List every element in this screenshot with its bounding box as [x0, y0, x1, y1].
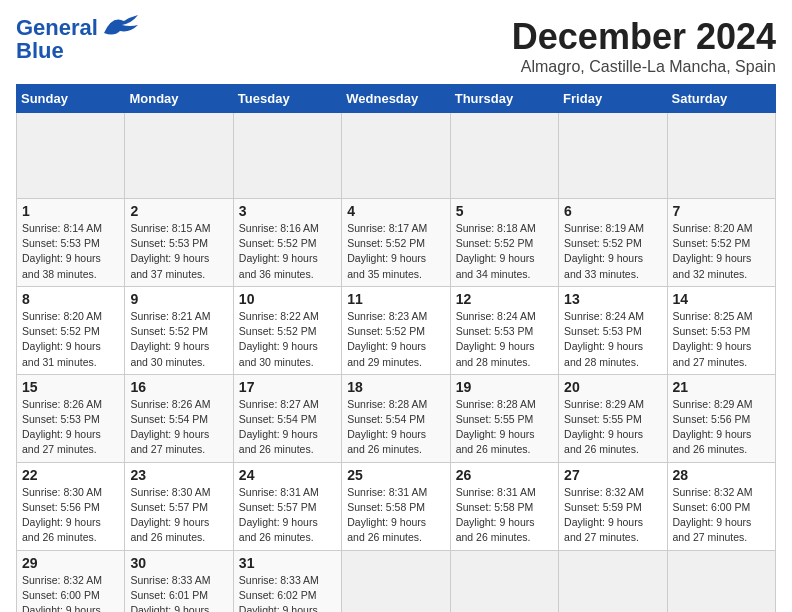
calendar-cell	[450, 113, 558, 199]
col-header-wednesday: Wednesday	[342, 85, 450, 113]
calendar-cell: 12Sunrise: 8:24 AM Sunset: 5:53 PM Dayli…	[450, 286, 558, 374]
calendar-cell: 17Sunrise: 8:27 AM Sunset: 5:54 PM Dayli…	[233, 374, 341, 462]
col-header-sunday: Sunday	[17, 85, 125, 113]
calendar-cell: 29Sunrise: 8:32 AM Sunset: 6:00 PM Dayli…	[17, 550, 125, 612]
day-number: 9	[130, 291, 227, 307]
calendar-cell: 4Sunrise: 8:17 AM Sunset: 5:52 PM Daylig…	[342, 199, 450, 287]
day-number: 29	[22, 555, 119, 571]
day-number: 27	[564, 467, 661, 483]
col-header-tuesday: Tuesday	[233, 85, 341, 113]
logo-bird-icon	[102, 13, 140, 39]
logo-general: General	[16, 15, 98, 40]
calendar-cell: 9Sunrise: 8:21 AM Sunset: 5:52 PM Daylig…	[125, 286, 233, 374]
day-number: 3	[239, 203, 336, 219]
calendar-cell: 5Sunrise: 8:18 AM Sunset: 5:52 PM Daylig…	[450, 199, 558, 287]
day-info: Sunrise: 8:19 AM Sunset: 5:52 PM Dayligh…	[564, 221, 661, 282]
day-info: Sunrise: 8:33 AM Sunset: 6:02 PM Dayligh…	[239, 573, 336, 613]
day-info: Sunrise: 8:20 AM Sunset: 5:52 PM Dayligh…	[673, 221, 770, 282]
col-header-thursday: Thursday	[450, 85, 558, 113]
calendar-cell: 24Sunrise: 8:31 AM Sunset: 5:57 PM Dayli…	[233, 462, 341, 550]
calendar-cell: 21Sunrise: 8:29 AM Sunset: 5:56 PM Dayli…	[667, 374, 775, 462]
day-info: Sunrise: 8:32 AM Sunset: 5:59 PM Dayligh…	[564, 485, 661, 546]
col-header-friday: Friday	[559, 85, 667, 113]
calendar-cell: 3Sunrise: 8:16 AM Sunset: 5:52 PM Daylig…	[233, 199, 341, 287]
calendar-cell: 28Sunrise: 8:32 AM Sunset: 6:00 PM Dayli…	[667, 462, 775, 550]
day-info: Sunrise: 8:16 AM Sunset: 5:52 PM Dayligh…	[239, 221, 336, 282]
day-number: 14	[673, 291, 770, 307]
title-block: December 2024 Almagro, Castille-La Manch…	[512, 16, 776, 76]
day-info: Sunrise: 8:31 AM Sunset: 5:58 PM Dayligh…	[347, 485, 444, 546]
day-info: Sunrise: 8:33 AM Sunset: 6:01 PM Dayligh…	[130, 573, 227, 613]
day-number: 23	[130, 467, 227, 483]
day-info: Sunrise: 8:15 AM Sunset: 5:53 PM Dayligh…	[130, 221, 227, 282]
day-info: Sunrise: 8:30 AM Sunset: 5:56 PM Dayligh…	[22, 485, 119, 546]
calendar-cell: 22Sunrise: 8:30 AM Sunset: 5:56 PM Dayli…	[17, 462, 125, 550]
calendar-cell	[125, 113, 233, 199]
day-number: 22	[22, 467, 119, 483]
day-info: Sunrise: 8:23 AM Sunset: 5:52 PM Dayligh…	[347, 309, 444, 370]
day-number: 21	[673, 379, 770, 395]
day-number: 8	[22, 291, 119, 307]
day-info: Sunrise: 8:21 AM Sunset: 5:52 PM Dayligh…	[130, 309, 227, 370]
calendar-week-row: 8Sunrise: 8:20 AM Sunset: 5:52 PM Daylig…	[17, 286, 776, 374]
day-info: Sunrise: 8:28 AM Sunset: 5:55 PM Dayligh…	[456, 397, 553, 458]
calendar-cell: 25Sunrise: 8:31 AM Sunset: 5:58 PM Dayli…	[342, 462, 450, 550]
calendar-cell: 30Sunrise: 8:33 AM Sunset: 6:01 PM Dayli…	[125, 550, 233, 612]
day-info: Sunrise: 8:28 AM Sunset: 5:54 PM Dayligh…	[347, 397, 444, 458]
day-number: 5	[456, 203, 553, 219]
day-number: 19	[456, 379, 553, 395]
calendar-cell: 20Sunrise: 8:29 AM Sunset: 5:55 PM Dayli…	[559, 374, 667, 462]
calendar-header-row: SundayMondayTuesdayWednesdayThursdayFrid…	[17, 85, 776, 113]
calendar-cell: 15Sunrise: 8:26 AM Sunset: 5:53 PM Dayli…	[17, 374, 125, 462]
day-number: 6	[564, 203, 661, 219]
day-number: 11	[347, 291, 444, 307]
calendar-week-row: 29Sunrise: 8:32 AM Sunset: 6:00 PM Dayli…	[17, 550, 776, 612]
day-number: 30	[130, 555, 227, 571]
day-number: 26	[456, 467, 553, 483]
logo: General Blue	[16, 16, 140, 64]
calendar-cell: 27Sunrise: 8:32 AM Sunset: 5:59 PM Dayli…	[559, 462, 667, 550]
day-info: Sunrise: 8:30 AM Sunset: 5:57 PM Dayligh…	[130, 485, 227, 546]
calendar-cell	[559, 113, 667, 199]
calendar-cell	[559, 550, 667, 612]
day-info: Sunrise: 8:29 AM Sunset: 5:55 PM Dayligh…	[564, 397, 661, 458]
day-number: 20	[564, 379, 661, 395]
calendar-cell	[342, 550, 450, 612]
day-number: 28	[673, 467, 770, 483]
day-number: 17	[239, 379, 336, 395]
calendar-cell	[667, 550, 775, 612]
calendar-cell: 1Sunrise: 8:14 AM Sunset: 5:53 PM Daylig…	[17, 199, 125, 287]
calendar-cell	[342, 113, 450, 199]
day-info: Sunrise: 8:27 AM Sunset: 5:54 PM Dayligh…	[239, 397, 336, 458]
calendar-cell: 23Sunrise: 8:30 AM Sunset: 5:57 PM Dayli…	[125, 462, 233, 550]
day-number: 7	[673, 203, 770, 219]
day-info: Sunrise: 8:24 AM Sunset: 5:53 PM Dayligh…	[564, 309, 661, 370]
day-info: Sunrise: 8:31 AM Sunset: 5:57 PM Dayligh…	[239, 485, 336, 546]
calendar-cell: 6Sunrise: 8:19 AM Sunset: 5:52 PM Daylig…	[559, 199, 667, 287]
calendar-cell	[17, 113, 125, 199]
day-info: Sunrise: 8:29 AM Sunset: 5:56 PM Dayligh…	[673, 397, 770, 458]
page-header: General Blue December 2024 Almagro, Cast…	[16, 16, 776, 76]
day-number: 16	[130, 379, 227, 395]
col-header-monday: Monday	[125, 85, 233, 113]
day-info: Sunrise: 8:17 AM Sunset: 5:52 PM Dayligh…	[347, 221, 444, 282]
day-number: 13	[564, 291, 661, 307]
day-info: Sunrise: 8:26 AM Sunset: 5:53 PM Dayligh…	[22, 397, 119, 458]
calendar-week-row	[17, 113, 776, 199]
day-info: Sunrise: 8:24 AM Sunset: 5:53 PM Dayligh…	[456, 309, 553, 370]
calendar-cell: 10Sunrise: 8:22 AM Sunset: 5:52 PM Dayli…	[233, 286, 341, 374]
calendar-cell: 2Sunrise: 8:15 AM Sunset: 5:53 PM Daylig…	[125, 199, 233, 287]
calendar-week-row: 15Sunrise: 8:26 AM Sunset: 5:53 PM Dayli…	[17, 374, 776, 462]
day-info: Sunrise: 8:31 AM Sunset: 5:58 PM Dayligh…	[456, 485, 553, 546]
day-info: Sunrise: 8:26 AM Sunset: 5:54 PM Dayligh…	[130, 397, 227, 458]
calendar-cell: 14Sunrise: 8:25 AM Sunset: 5:53 PM Dayli…	[667, 286, 775, 374]
calendar-cell: 13Sunrise: 8:24 AM Sunset: 5:53 PM Dayli…	[559, 286, 667, 374]
day-number: 25	[347, 467, 444, 483]
calendar-cell	[667, 113, 775, 199]
calendar-cell	[233, 113, 341, 199]
calendar-week-row: 1Sunrise: 8:14 AM Sunset: 5:53 PM Daylig…	[17, 199, 776, 287]
day-info: Sunrise: 8:22 AM Sunset: 5:52 PM Dayligh…	[239, 309, 336, 370]
day-info: Sunrise: 8:20 AM Sunset: 5:52 PM Dayligh…	[22, 309, 119, 370]
day-number: 18	[347, 379, 444, 395]
day-number: 24	[239, 467, 336, 483]
